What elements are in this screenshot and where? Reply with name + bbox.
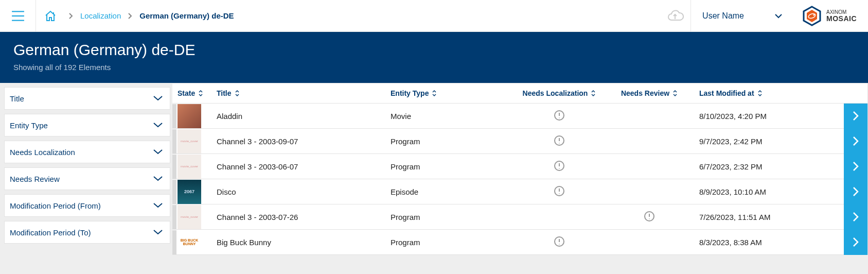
table-row[interactable]: movie_coverChannel 3 - 2003-09-07Program… (172, 129, 868, 154)
filter-title[interactable]: Title (4, 87, 170, 110)
state-indicator (172, 230, 176, 254)
state-indicator (172, 155, 176, 179)
open-button[interactable] (844, 104, 867, 129)
filter-label: Modification Period (From) (10, 201, 101, 210)
cell-needs-localization (514, 236, 605, 249)
warning-icon (554, 236, 565, 249)
sort-icon (432, 90, 437, 97)
cell-needs-localization (514, 135, 605, 148)
content-area: State Title Entity Type Needs Localizati… (172, 83, 868, 274)
cell-last-modified: 7/26/2023, 11:51 AM (694, 213, 783, 221)
brand-main-label: MOSAIC (826, 15, 857, 22)
col-state[interactable]: State (172, 89, 211, 97)
col-title[interactable]: Title (211, 89, 385, 97)
hexagon-icon (802, 6, 822, 26)
menu-icon[interactable] (0, 0, 36, 32)
cell-needs-localization (514, 160, 605, 173)
svg-point-12 (559, 143, 560, 144)
filter-mod-from[interactable]: Modification Period (From) (4, 194, 170, 217)
open-button[interactable] (844, 204, 867, 230)
cell-entity-type: Program (385, 213, 514, 221)
table-row[interactable]: 2067DiscoEpisode8/9/2023, 10:10 AM (172, 179, 868, 204)
cell-title: Channel 3 - 2003-07-26 (211, 213, 385, 221)
svg-point-18 (559, 193, 560, 194)
filter-mod-to[interactable]: Modification Period (To) (4, 221, 170, 244)
filter-needs-review[interactable]: Needs Review (4, 167, 170, 190)
user-name-label: User Name (702, 11, 744, 21)
filter-label: Modification Period (To) (10, 228, 91, 237)
col-last-modified[interactable]: Last Modified at (694, 89, 783, 97)
filter-label: Title (10, 94, 24, 103)
cell-title: Big Buck Bunny (211, 238, 385, 247)
table-header: State Title Entity Type Needs Localizati… (172, 83, 868, 104)
cell-title: Channel 3 - 2003-06-07 (211, 162, 385, 171)
chevron-down-icon (153, 149, 163, 155)
cloud-upload-icon[interactable] (660, 10, 690, 22)
cell-entity-type: Program (385, 238, 514, 247)
top-bar: Localization German (Germany) de-DE User… (0, 0, 868, 32)
svg-point-6 (813, 14, 815, 15)
thumbnail: BIG BUCK BUNNY (178, 230, 201, 254)
sort-icon (198, 90, 203, 97)
cell-state: movie_cover (172, 205, 211, 229)
col-needs-localization[interactable]: Needs Localization (514, 89, 605, 97)
page-header: German (Germany) de-DE Showing all of 19… (0, 32, 868, 83)
cell-last-modified: 6/7/2023, 2:32 PM (694, 162, 783, 171)
user-menu[interactable]: User Name (690, 0, 796, 32)
breadcrumb-localization[interactable]: Localization (80, 11, 121, 20)
cell-last-modified: 9/7/2023, 2:42 PM (694, 137, 783, 146)
chevron-down-icon (153, 96, 163, 101)
cell-needs-localization (514, 110, 605, 123)
open-button[interactable] (844, 179, 867, 204)
open-button[interactable] (844, 230, 867, 255)
chevron-down-icon (153, 176, 163, 181)
cell-needs-review (605, 211, 694, 224)
breadcrumb-current: German (Germany) de-DE (139, 11, 234, 20)
cell-title: Disco (211, 187, 385, 196)
chevron-right-icon (69, 13, 73, 19)
sort-icon (591, 90, 596, 97)
table-row[interactable]: movie_coverChannel 3 - 2003-06-07Program… (172, 154, 868, 179)
table-row[interactable]: BIG BUCK BUNNYBig Buck BunnyProgram8/3/2… (172, 230, 868, 255)
cell-entity-type: Movie (385, 112, 514, 121)
cell-title: Aladdin (211, 112, 385, 121)
cell-state: movie_cover (172, 155, 211, 179)
chevron-right-icon (128, 13, 132, 19)
cell-entity-type: Program (385, 162, 514, 171)
filter-label: Entity Type (10, 121, 48, 130)
chevron-down-icon (153, 230, 163, 235)
col-entity-type[interactable]: Entity Type (385, 89, 514, 97)
cell-last-modified: 8/9/2023, 10:10 AM (694, 187, 783, 196)
filter-label: Needs Localization (10, 148, 75, 157)
sort-icon (672, 90, 678, 97)
state-indicator (172, 104, 176, 128)
chevron-down-icon (153, 123, 163, 128)
cell-state (172, 104, 211, 128)
cell-entity-type: Program (385, 137, 514, 146)
table-row[interactable]: movie_coverChannel 3 - 2003-07-26Program… (172, 204, 868, 230)
warning-icon (554, 135, 565, 148)
filter-needs-localization[interactable]: Needs Localization (4, 141, 170, 163)
cell-entity-type: Episode (385, 187, 514, 196)
filter-entity-type[interactable]: Entity Type (4, 114, 170, 136)
cell-state: 2067 (172, 180, 211, 204)
table-row[interactable]: AladdinMovie8/10/2023, 4:20 PM (172, 104, 868, 129)
svg-point-24 (559, 244, 560, 245)
thumbnail: 2067 (178, 180, 201, 204)
brand-logo: AXINOM MOSAIC (796, 6, 868, 26)
cell-state: BIG BUCK BUNNY (172, 230, 211, 254)
state-indicator (172, 205, 176, 229)
home-icon[interactable] (36, 10, 65, 22)
svg-point-15 (559, 168, 560, 169)
cell-needs-localization (514, 185, 605, 198)
col-needs-review[interactable]: Needs Review (605, 89, 694, 97)
thumbnail: movie_cover (178, 129, 201, 153)
chevron-down-icon (775, 13, 782, 19)
open-button[interactable] (844, 129, 867, 154)
sort-icon (235, 90, 240, 97)
state-indicator (172, 180, 176, 204)
page-body: Title Entity Type Needs Localization Nee… (0, 83, 868, 274)
warning-icon (554, 160, 565, 173)
svg-point-9 (559, 117, 560, 118)
open-button[interactable] (844, 154, 867, 179)
